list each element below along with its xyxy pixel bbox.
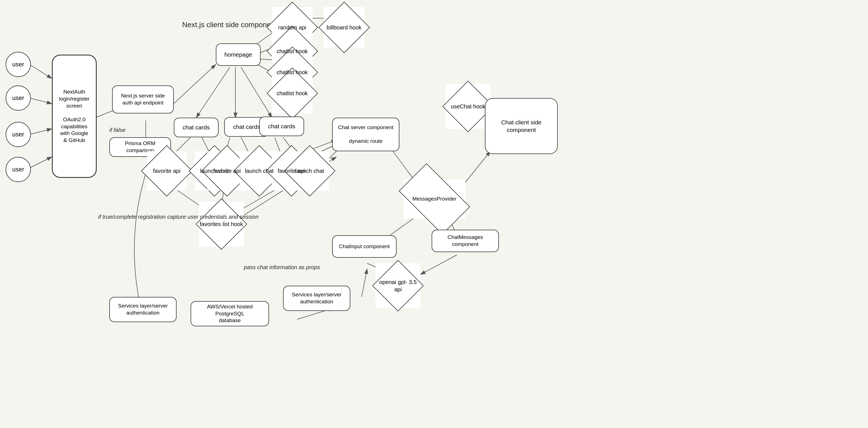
- user-circle-4: user: [6, 157, 31, 182]
- aws-database: AWS/Vercel hosted PostgreSQL database: [191, 301, 269, 326]
- svg-line-37: [362, 269, 367, 297]
- chatinput-component: ChatInput component: [332, 235, 397, 258]
- svg-line-34: [421, 255, 457, 274]
- chat-client: Chat client side component: [485, 98, 558, 154]
- messages-provider: MessagesProvider: [404, 179, 465, 219]
- favorite-api-1: favorite api: [147, 151, 186, 191]
- chatmessages-component: ChatMessages component: [432, 230, 499, 252]
- chat-server: Chat server component dynamic route: [332, 118, 399, 151]
- if-true-label: if true/complete registration capture us…: [98, 213, 259, 221]
- server-side-auth: Next.js server side auth api endpoint: [112, 86, 174, 113]
- diagram-container: user user user user NextAuth login/regis…: [0, 0, 868, 428]
- chatlist-hook-3: chatlist hook: [272, 73, 312, 113]
- svg-line-12: [196, 67, 230, 118]
- chat-cards-1: chat cards: [174, 118, 219, 137]
- svg-line-3: [29, 129, 52, 134]
- nextauth-box: NextAuth login/register screen OAuth2.0 …: [52, 55, 97, 178]
- services-auth-1: Services layer/server authentication: [109, 297, 177, 322]
- usechat-hook: useChat hook: [446, 84, 491, 129]
- pass-chat-label: pass chat information as props: [244, 263, 320, 271]
- svg-line-1: [29, 64, 52, 78]
- favorites-list-hook: favorites list hook: [199, 202, 244, 246]
- nextjs-client-label: Next.js client side components: [182, 20, 281, 30]
- services-auth-2: Services layer/server authentication: [283, 286, 350, 311]
- user-circle-2: user: [6, 86, 31, 111]
- user-circle-3: user: [6, 122, 31, 147]
- openai-api: openai gpt- 3.5 api: [376, 263, 421, 308]
- if-false-label: if false: [109, 126, 126, 134]
- billboard-hook-diamond: billboard hook: [324, 7, 364, 47]
- svg-line-2: [29, 98, 52, 104]
- user-circle-1: user: [6, 52, 31, 77]
- chat-cards-3: chat cards: [259, 117, 304, 136]
- launch-chat-3: launch chat: [290, 151, 329, 191]
- homepage-node: homepage: [216, 43, 261, 66]
- svg-line-4: [29, 157, 52, 168]
